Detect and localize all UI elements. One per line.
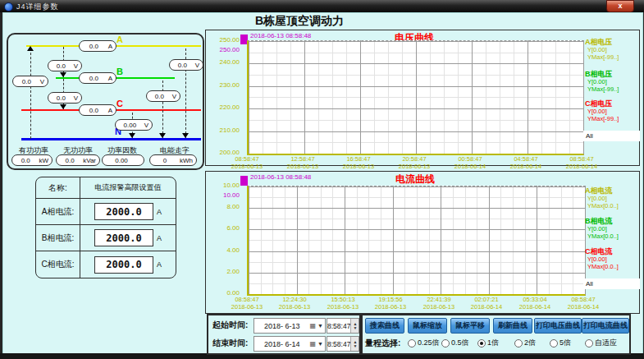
- arrow-down-icon: [60, 72, 66, 77]
- value: 0.0: [147, 93, 172, 100]
- active-power-readout: 0.0kW: [11, 154, 53, 166]
- x-tick-label: 08:58:472018-06-14: [550, 296, 616, 311]
- mouse-zoom-button[interactable]: 鼠标缩放: [408, 318, 447, 334]
- table-row: 2000.0 A: [80, 225, 176, 251]
- legend-all[interactable]: All: [583, 278, 640, 289]
- value: 0: [150, 157, 180, 164]
- current-chart-panel: 电流曲线 2018-06-13 08:58:48 10.00 10.00 8.0…: [205, 171, 640, 314]
- unit: V: [144, 122, 152, 129]
- phase-a-current-readout: 0.0A: [79, 40, 116, 52]
- phase-n-line: [21, 138, 201, 140]
- unit: A: [157, 260, 162, 269]
- start-time-value: 8:58:47: [327, 322, 350, 330]
- cursor-value: 250.00: [208, 46, 240, 53]
- value: 0.0: [80, 43, 108, 50]
- phase-c-label: C: [116, 99, 123, 108]
- y-tick-label: 6.00: [208, 224, 240, 232]
- voltage-readout-bc: 0.0V: [48, 92, 82, 104]
- cursor-timestamp: 2018-06-13 08:58:48: [250, 32, 311, 39]
- end-time-label: 结束时间:: [212, 338, 248, 349]
- range-option-2x[interactable]: 2倍: [514, 338, 536, 348]
- cursor-timestamp: 2018-06-13 08:58:48: [250, 173, 311, 181]
- start-time-input[interactable]: 8:58:47 ▲▼: [327, 318, 359, 334]
- unit: V: [74, 62, 81, 70]
- value: 0.00: [116, 122, 144, 129]
- phase-a-limit-input[interactable]: 2000.0: [94, 203, 153, 220]
- radio-icon: [585, 339, 593, 347]
- app-icon: [4, 2, 13, 12]
- unit: V: [195, 62, 203, 69]
- unit: A: [157, 234, 162, 242]
- spinner-icon[interactable]: ▲▼: [350, 337, 359, 351]
- phase-c-limit-input[interactable]: 2000.0: [94, 256, 153, 274]
- time-range-box: 起始时间: 2018- 6-13 ▦ ▼ 8:58:47 ▲▼ 结束时间: 20…: [207, 314, 363, 355]
- current-plot-area[interactable]: [247, 186, 586, 296]
- legend-item-b-voltage[interactable]: B相电压Y[0.00]YMax[-99..]: [585, 71, 637, 93]
- refresh-curve-button[interactable]: 刷新曲线: [493, 318, 532, 334]
- unit: kWh: [180, 157, 196, 164]
- range-option-5x[interactable]: 5倍: [550, 338, 571, 348]
- voltage-plot-area[interactable]: [247, 40, 584, 155]
- mouse-pan-button[interactable]: 鼠标平移: [450, 318, 490, 334]
- legend-item-c-current[interactable]: C相电流Y[0.00]YMax[0.0..]: [585, 248, 637, 270]
- spinner-icon[interactable]: ▲▼: [350, 319, 359, 333]
- radio-label: 自适应: [595, 338, 617, 348]
- legend-all[interactable]: All: [583, 131, 640, 141]
- legend-item-a-voltage[interactable]: A相电压Y[0.00]YMax[-99..]: [585, 39, 637, 61]
- measure-line: [162, 81, 163, 138]
- radio-icon: [550, 339, 558, 347]
- y-tick-label: 10.00: [208, 182, 240, 189]
- measure-line: [30, 48, 31, 139]
- radio-icon: [514, 339, 523, 347]
- radio-icon: [477, 339, 486, 347]
- range-option-0.25x[interactable]: 0.25倍: [408, 338, 440, 348]
- y-tick-label: 240.00: [208, 58, 240, 66]
- search-curve-button[interactable]: 搜索曲线: [365, 318, 404, 334]
- unit: A: [108, 107, 116, 114]
- row-label-b: B相电流:: [36, 225, 80, 251]
- start-time-label: 起始时间:: [212, 320, 248, 331]
- legend-item-b-current[interactable]: B相电流Y[0.00]YMax[0.0..]: [585, 218, 637, 240]
- phase-a-label: A: [116, 35, 123, 44]
- range-option-auto[interactable]: 自适应: [585, 338, 617, 348]
- radio-label: 2倍: [524, 338, 536, 348]
- start-date-picker[interactable]: 2018- 6-13 ▦ ▼: [253, 318, 326, 334]
- alarm-settings-table: 名称: 电流报警高限设置值 A相电流: 2000.0 A B相电流: 2000.…: [35, 177, 176, 278]
- range-option-0.5x[interactable]: 0.5倍: [441, 338, 469, 348]
- print-voltage-curve-button[interactable]: 打印电压曲线: [534, 318, 582, 334]
- row-label-c: C相电流:: [36, 251, 80, 278]
- y-tick-label: 230.00: [208, 81, 240, 89]
- cursor-marker-icon: [240, 176, 248, 186]
- radio-icon: [408, 339, 416, 347]
- range-option-1x[interactable]: 1倍: [477, 338, 499, 348]
- table-row: 2000.0 A: [80, 251, 176, 278]
- value: 0.0: [13, 78, 40, 85]
- value: 0.0: [48, 94, 74, 102]
- y-tick-label: 220.00: [208, 104, 240, 111]
- unit: kW: [39, 157, 52, 164]
- close-button[interactable]: x: [606, 0, 634, 12]
- legend-item-c-voltage[interactable]: C相电压Y[0.00]YMax[-99..]: [585, 100, 637, 122]
- phase-b-limit-input[interactable]: 2000.0: [94, 229, 153, 246]
- page-title: B栋屋顶空调动力: [0, 14, 599, 29]
- arrow-down-icon: [60, 104, 66, 109]
- y-tick-label: 210.00: [208, 127, 240, 134]
- calendar-icon: ▦: [310, 322, 317, 329]
- start-date-value: 2018- 6-13: [254, 322, 310, 330]
- chevron-down-icon: ▼: [316, 341, 325, 347]
- power-factor-readout: 0.00: [102, 154, 144, 166]
- voltage-readout-ab: 0.0V: [48, 60, 82, 71]
- end-date-picker[interactable]: 2018- 6-14 ▦ ▼: [253, 336, 326, 352]
- table-row: 2000.0 A: [80, 199, 176, 225]
- legend-item-a-current[interactable]: A相电流Y[0.00]YMax[0.0..]: [585, 187, 637, 209]
- unit: A: [157, 208, 162, 216]
- print-current-curve-button[interactable]: 打印电流曲线: [582, 318, 629, 334]
- voltage-readout-an-left: 0.0V: [12, 76, 48, 87]
- end-time-input[interactable]: 8:58:47 ▲▼: [327, 336, 359, 352]
- unit: kVar: [83, 157, 99, 164]
- phase-c-current-readout: 0.0A: [79, 104, 116, 116]
- unit: V: [74, 94, 81, 102]
- current-chart-title: 电流曲线: [292, 173, 538, 186]
- y-tick-label: 8.00: [208, 203, 240, 210]
- voltage-readout-cn: 0.00V: [115, 119, 153, 131]
